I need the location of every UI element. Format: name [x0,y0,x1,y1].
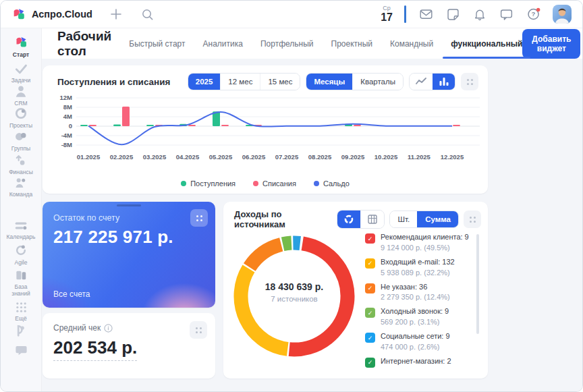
period-12m-button[interactable]: 12 мес [220,74,260,90]
flow-legend-item[interactable]: Списания [253,179,296,188]
x-tick-label: 01.2025 [77,153,101,161]
create-button[interactable] [109,7,123,22]
source-amount: 5 938 089 р. (32.2%) [381,269,455,277]
income-legend-item[interactable]: ✓Социальные сети: 9474 000 р. (2.6%) [365,332,474,351]
flow-legend-item[interactable]: Сальдо [314,179,350,188]
income-legend-item[interactable]: ✓Рекомендация клиента: 99 124 000 р. (49… [365,233,474,252]
x-tick-label: 09.2025 [341,153,365,161]
sidebar-item-projects[interactable]: Проекты [1,107,41,129]
sidebar-item-calendar[interactable]: Календарь [1,220,41,240]
y-tick-label: 12M [60,94,73,101]
chat-button[interactable] [498,6,515,23]
topbar-right-cluster: Ср 17 [381,5,572,24]
user-avatar[interactable] [553,5,572,24]
page-title: Рабочий стол [57,29,111,59]
card-drag-dash[interactable] [117,204,141,206]
source-label: Входящий e-mail: 132 [381,258,455,267]
view-segmented-control [337,210,385,229]
donut-view-button[interactable] [337,211,360,228]
source-checkbox[interactable]: ✓ [365,233,375,244]
period-2025-button[interactable]: 2025 [188,74,221,90]
search-button[interactable] [140,7,155,22]
income-legend-item[interactable]: ✓Входящий e-mail: 1325 938 089 р. (32.2%… [365,258,474,277]
table-view-button[interactable] [360,211,384,228]
avg-check-value[interactable]: 202 534 р. [53,337,137,361]
sidebar-item-groups[interactable]: Группы [1,130,41,152]
bar-view-button[interactable] [433,74,455,90]
x-tick-label: 06.2025 [242,153,266,161]
donut-chart-icon [344,215,354,224]
source-checkbox[interactable]: ✓ [365,333,375,343]
sidebar-item-team[interactable]: Команда [1,176,41,198]
agile-icon [14,244,28,257]
income-card-drag-handle[interactable] [464,211,481,228]
tab-team[interactable]: Командный [390,39,433,49]
line-chart-icon [416,78,426,86]
avg-card-drag-handle[interactable] [190,321,207,339]
info-icon[interactable] [104,324,113,333]
source-checkbox[interactable]: ✓ [365,258,375,269]
line-view-button[interactable] [410,74,433,90]
x-tick-label: 11.2025 [408,153,431,161]
income-legend-item[interactable]: ✓Интернет-магазин: 2 [365,357,474,368]
quarters-button[interactable]: Кварталы [352,74,403,90]
tab-functional[interactable]: функциональный [451,39,522,49]
team-icon [14,176,28,189]
notes-button[interactable] [445,6,462,23]
x-tick-label: 04.2025 [176,153,200,161]
sidebar-item-partner[interactable] [1,323,41,337]
balance-card-drag-handle[interactable] [190,209,208,227]
help-button[interactable]: ? [525,5,543,23]
x-tick-label: 12.2025 [441,153,464,161]
sidebar-item-knowledge-base[interactable]: База знаний [1,269,41,297]
tab-portfolio[interactable]: Портфельный [260,39,314,49]
legend-dot [181,181,186,186]
mail-button[interactable] [418,6,435,23]
income-legend-item[interactable]: ✓Холодный звонок: 9569 200 р. (3.1%) [365,307,474,326]
sidebar-item-more[interactable]: Ещё [1,302,41,322]
flow-legend-item[interactable]: Поступления [181,179,235,188]
sidebar-item-tasks[interactable]: Задачи [1,63,41,84]
add-widget-button[interactable]: Добавить виджет [522,29,580,59]
app-window: Аспро.Cloud Ср 17 [0,0,583,392]
period-15m-button[interactable]: 15 мес [260,74,300,90]
expense-bar [453,125,460,126]
legend-scrollbar[interactable] [476,234,479,334]
table-icon [368,215,377,224]
mail-icon [419,7,433,22]
units-count-button[interactable]: Шт. [390,211,417,227]
y-tick-label: -4M [61,132,72,139]
notifications-button[interactable] [472,6,488,23]
day-number: 17 [381,12,393,23]
balance-footer-link[interactable]: Все счета [53,289,90,299]
source-checkbox[interactable]: ✓ [365,358,375,368]
calendar-date-widget[interactable]: Ср 17 [381,5,393,23]
tab-quick-start[interactable]: Быстрый старт [129,39,185,49]
sidebar-item-start[interactable]: Старт [1,35,41,58]
tab-project[interactable]: Проектный [331,39,372,49]
source-label: Рекомендация клиента: 9 [381,233,469,242]
sidebar-item-crm[interactable]: CRM [1,85,41,107]
sidebar-item-feedback[interactable] [1,344,41,356]
income-legend-item[interactable]: ✓Не указан: 362 279 350 р. (12.4%) [365,283,474,302]
legend-label: Поступления [190,179,235,188]
flow-card-drag-handle[interactable] [461,73,478,90]
expense-bar [188,125,196,126]
account-balance-card: Остаток по счету 217 225 971 р. Все счет… [43,202,215,308]
chart-type-segmented-control [409,73,455,90]
legend-dot [314,181,319,186]
income-legend: ✓Рекомендация клиента: 99 124 000 р. (49… [365,233,474,374]
sidebar-item-agile[interactable]: Agile [1,244,41,266]
sidebar-item-finance[interactable]: Финансы [1,153,41,175]
weekday-label: Ср [383,5,391,11]
source-label: Социальные сети: 9 [381,332,450,341]
plus-icon [110,8,122,20]
source-checkbox[interactable]: ✓ [365,283,375,293]
months-button[interactable]: Месяцы [306,74,352,90]
donut-slice [283,243,292,244]
knowledge-base-icon [15,269,28,281]
tab-analytics[interactable]: Аналитика [203,39,243,49]
units-sum-button[interactable]: Сумма [417,211,458,227]
app-logo[interactable]: Аспро.Cloud [11,7,92,22]
source-checkbox[interactable]: ✓ [365,308,375,318]
